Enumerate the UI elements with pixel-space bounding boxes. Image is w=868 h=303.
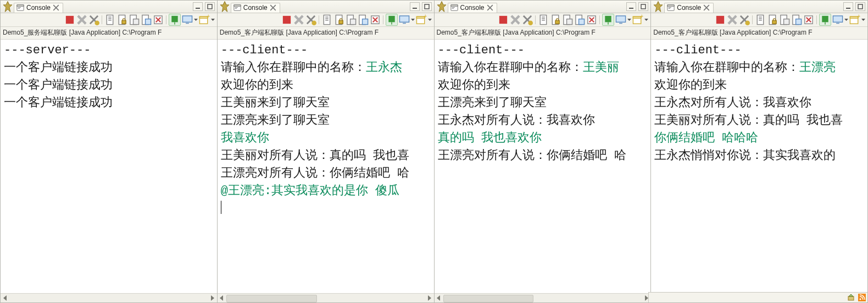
- maximize-button[interactable]: [205, 2, 215, 11]
- close-tab-button[interactable]: [53, 4, 59, 11]
- pin-icon[interactable]: [436, 1, 448, 13]
- svg-marker-73: [428, 19, 432, 21]
- clear-console-button[interactable]: [586, 14, 597, 25]
- horizontal-scrollbar[interactable]: [1, 293, 217, 302]
- open-console-button[interactable]: +: [416, 14, 427, 25]
- svg-rect-27: [171, 16, 177, 22]
- remove-launch-button[interactable]: [522, 14, 533, 25]
- toolbar-separator: [102, 15, 102, 24]
- scroll-track[interactable]: [443, 294, 642, 302]
- tab-console[interactable]: Console: [14, 3, 63, 13]
- display-console-button[interactable]: [832, 14, 843, 25]
- console-output[interactable]: ---client---请输入你在群聊中的名称：王漂亮欢迎你的到来王永杰对所有人…: [651, 40, 867, 293]
- open-console-button[interactable]: +: [632, 14, 643, 25]
- terminate-button[interactable]: [715, 14, 726, 25]
- display-console-button-dropdown[interactable]: [411, 19, 415, 21]
- open-console-button-dropdown[interactable]: [428, 19, 432, 21]
- tab-console[interactable]: Console: [231, 3, 280, 13]
- scroll-track[interactable]: [226, 294, 425, 302]
- remove-launch-button[interactable]: [88, 14, 99, 25]
- doc-button-3[interactable]: [574, 14, 585, 25]
- doc-button-3[interactable]: [358, 14, 369, 25]
- remove-launch-button[interactable]: [305, 14, 316, 25]
- doc-button-2[interactable]: [346, 14, 357, 25]
- doc-lock-button[interactable]: [550, 14, 561, 25]
- minimize-button[interactable]: [193, 2, 203, 11]
- scroll-left-button[interactable]: [1, 294, 9, 302]
- doc-lock-button[interactable]: [116, 14, 127, 25]
- clear-console-button[interactable]: [370, 14, 381, 25]
- tab-console[interactable]: Console: [448, 3, 497, 13]
- svg-rect-142: [825, 22, 825, 24]
- terminate-all-button[interactable]: [510, 14, 521, 25]
- pin-icon[interactable]: [219, 1, 231, 13]
- terminate-all-button[interactable]: [293, 14, 304, 25]
- clear-console-button[interactable]: [803, 14, 814, 25]
- display-console-button[interactable]: [615, 14, 626, 25]
- doc-button-2[interactable]: [562, 14, 573, 25]
- terminate-all-button[interactable]: [727, 14, 738, 25]
- scroll-left-button[interactable]: [218, 294, 226, 302]
- svg-text:+: +: [424, 14, 427, 19]
- display-console-button-dropdown[interactable]: [844, 19, 848, 21]
- tab-console[interactable]: Console: [664, 3, 714, 13]
- display-console-button[interactable]: [399, 14, 410, 25]
- rss-icon[interactable]: [858, 294, 866, 301]
- maximize-button[interactable]: [638, 2, 648, 11]
- console-cursor-line[interactable]: [221, 200, 431, 218]
- open-console-button-dropdown[interactable]: [644, 19, 648, 21]
- console-output[interactable]: ---client---请输入你在群聊中的名称：王永杰欢迎你的到来王美丽来到了聊…: [218, 40, 434, 293]
- tab-bar: Console: [218, 1, 434, 13]
- scroll-left-button[interactable]: [435, 294, 443, 302]
- display-console-button[interactable]: [182, 14, 193, 25]
- doc-button-2[interactable]: [129, 14, 140, 25]
- minimize-button[interactable]: [626, 2, 636, 11]
- scroll-thumb[interactable]: [226, 295, 317, 302]
- pin-console-button[interactable]: [386, 14, 398, 26]
- minimize-button[interactable]: [410, 2, 420, 11]
- pin-icon[interactable]: [652, 1, 664, 13]
- display-console-button-dropdown[interactable]: [194, 19, 198, 21]
- minimize-button[interactable]: [843, 2, 853, 11]
- terminate-button[interactable]: [498, 14, 509, 25]
- open-console-button-dropdown[interactable]: [861, 19, 865, 21]
- scroll-right-button[interactable]: [425, 294, 434, 302]
- close-tab-button[interactable]: [270, 4, 276, 11]
- open-console-button[interactable]: +: [849, 14, 860, 25]
- svg-rect-21: [133, 19, 138, 25]
- console-output[interactable]: ---client---请输入你在群聊中的名称：王美丽欢迎你的到来王漂亮来到了聊…: [435, 40, 651, 293]
- pin-icon[interactable]: [2, 1, 14, 13]
- open-console-button-dropdown[interactable]: [211, 19, 215, 21]
- tab-label: Console: [243, 4, 268, 12]
- close-tab-button[interactable]: [703, 4, 710, 11]
- terminate-button[interactable]: [64, 14, 75, 25]
- doc-button-2[interactable]: [779, 14, 790, 25]
- close-tab-button[interactable]: [487, 4, 493, 11]
- maximize-button[interactable]: [422, 2, 432, 11]
- display-console-button-dropdown[interactable]: [627, 19, 631, 21]
- scroll-right-button[interactable]: [208, 294, 217, 302]
- updates-icon[interactable]: [847, 294, 855, 301]
- horizontal-scrollbar[interactable]: [435, 293, 651, 302]
- maximize-button[interactable]: [855, 2, 865, 11]
- doc-button-1[interactable]: [321, 14, 332, 25]
- doc-button-1[interactable]: [755, 14, 766, 25]
- pin-console-button[interactable]: [169, 14, 181, 26]
- doc-button-1[interactable]: [104, 14, 115, 25]
- doc-button-1[interactable]: [538, 14, 549, 25]
- pin-console-button[interactable]: [819, 14, 831, 26]
- clear-console-button[interactable]: [153, 14, 164, 25]
- doc-button-3[interactable]: [791, 14, 802, 25]
- pin-console-button[interactable]: [602, 14, 614, 26]
- doc-button-3[interactable]: [141, 14, 152, 25]
- open-console-button[interactable]: +: [199, 14, 210, 25]
- doc-lock-button[interactable]: [333, 14, 344, 25]
- remove-launch-button[interactable]: [739, 14, 750, 25]
- scroll-thumb[interactable]: [443, 295, 534, 302]
- svg-point-89: [528, 20, 533, 25]
- terminate-button[interactable]: [281, 14, 292, 25]
- terminate-all-button[interactable]: [76, 14, 87, 25]
- console-output[interactable]: ---server---一个客户端链接成功一个客户端链接成功一个客户端链接成功: [1, 40, 217, 293]
- horizontal-scrollbar[interactable]: [218, 293, 434, 302]
- doc-lock-button[interactable]: [767, 14, 778, 25]
